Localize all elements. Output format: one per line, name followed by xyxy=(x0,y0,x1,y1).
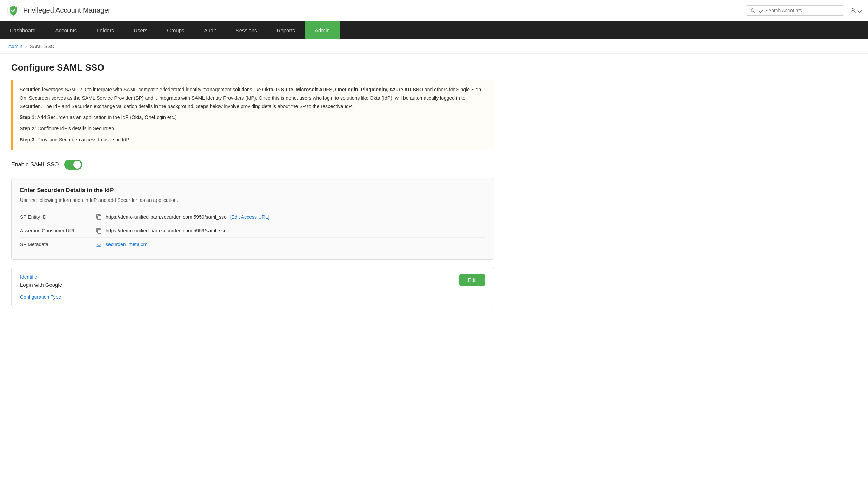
assertion-consumer-url-value: https://demo-unified-pam.securden.com:59… xyxy=(106,228,227,233)
svg-point-3 xyxy=(852,8,855,11)
svg-rect-5 xyxy=(98,229,101,233)
info-providers: Okta, G Suite, Microsoft ADFS, OneLogin,… xyxy=(262,87,423,92)
nav-item-admin[interactable]: Admin xyxy=(305,21,340,39)
nav-item-sessions[interactable]: Sessions xyxy=(226,21,267,39)
app-title: Privileged Account Manager xyxy=(23,6,111,14)
step2-text: Configure IdP's details in Securden xyxy=(36,126,114,131)
toggle-section: Enable SAML SSO xyxy=(11,160,494,170)
search-input[interactable] xyxy=(765,8,840,13)
toggle-thumb xyxy=(73,161,81,169)
svg-rect-4 xyxy=(98,216,101,220)
step1-label: Step 1: xyxy=(20,114,36,120)
user-dropdown-icon[interactable] xyxy=(857,8,862,13)
nav-item-folders[interactable]: Folders xyxy=(87,21,124,39)
field-value-sp-entity: https://demo-unified-pam.securden.com:59… xyxy=(96,214,269,220)
nav-item-reports[interactable]: Reports xyxy=(267,21,305,39)
page-title: Configure SAML SSO xyxy=(11,62,494,73)
identifier-card: Identifier Login with Google Configurati… xyxy=(11,267,494,307)
copy-icon-sp-entity[interactable] xyxy=(96,214,102,220)
breadcrumb-separator: › xyxy=(25,44,27,49)
nav-item-audit[interactable]: Audit xyxy=(194,21,226,39)
user-icon[interactable] xyxy=(850,5,861,16)
step3-line: Step 3: Provision Securden access to use… xyxy=(20,136,487,144)
logo-icon xyxy=(7,4,20,17)
breadcrumb-parent-link[interactable]: Admin xyxy=(8,44,22,49)
field-value-assertion: https://demo-unified-pam.securden.com:59… xyxy=(96,227,227,234)
step1-line: Step 1: Add Securden as an application i… xyxy=(20,113,487,122)
breadcrumb: Admin › SAML SSO xyxy=(0,39,868,54)
info-intro: Securden leverages SAML 2.0 to integrate… xyxy=(20,87,262,92)
field-row-assertion-consumer: Assertion Consumer URL https://demo-unif… xyxy=(20,224,485,237)
step3-label: Step 3: xyxy=(20,137,36,143)
field-label-sp-entity: SP Entity ID xyxy=(20,214,90,220)
search-area[interactable] xyxy=(746,5,844,16)
step1-text: Add Securden as an application in the Id… xyxy=(36,114,177,120)
saml-sso-toggle[interactable] xyxy=(64,160,82,170)
header-right xyxy=(746,5,861,16)
logo-area: Privileged Account Manager xyxy=(7,4,111,17)
header: Privileged Account Manager xyxy=(0,0,868,21)
main-content: Configure SAML SSO Securden leverages SA… xyxy=(0,54,505,323)
toggle-label: Enable SAML SSO xyxy=(11,161,59,168)
config-type-label: Configuration Type xyxy=(20,294,485,300)
download-icon-metadata[interactable] xyxy=(96,241,102,247)
nav-item-users[interactable]: Users xyxy=(124,21,157,39)
edit-access-url-link[interactable]: [Edit Access URL] xyxy=(230,214,269,220)
sp-entity-id-value: https://demo-unified-pam.securden.com:59… xyxy=(106,214,227,220)
sp-details-card: Enter Securden Details in the IdP Use th… xyxy=(11,178,494,260)
field-row-sp-metadata: SP Metadata securden_meta.xml xyxy=(20,237,485,251)
search-dropdown-icon[interactable] xyxy=(759,8,763,13)
field-row-sp-entity-id: SP Entity ID https://demo-unified-pam.se… xyxy=(20,210,485,224)
step3-text: Provision Securden access to users in Id… xyxy=(36,137,129,143)
sp-details-subtitle: Use the following information in IdP and… xyxy=(20,197,485,203)
edit-button[interactable]: Edit xyxy=(459,274,485,286)
toggle-track xyxy=(64,160,82,170)
step2-label: Step 2: xyxy=(20,126,36,131)
sp-metadata-link[interactable]: securden_meta.xml xyxy=(106,242,148,247)
field-value-sp-metadata: securden_meta.xml xyxy=(96,241,148,247)
nav-item-groups[interactable]: Groups xyxy=(157,21,194,39)
breadcrumb-current: SAML SSO xyxy=(29,44,54,49)
sp-details-title: Enter Securden Details in the IdP xyxy=(20,187,485,194)
nav-item-dashboard[interactable]: Dashboard xyxy=(0,21,45,39)
step2-line: Step 2: Configure IdP's details in Secur… xyxy=(20,125,487,133)
identifier-label: Identifier xyxy=(20,274,485,280)
copy-icon-assertion[interactable] xyxy=(96,227,102,234)
info-box: Securden leverages SAML 2.0 to integrate… xyxy=(11,80,494,150)
identifier-value: Login with Google xyxy=(20,282,485,288)
nav-item-accounts[interactable]: Accounts xyxy=(45,21,87,39)
field-label-sp-metadata: SP Metadata xyxy=(20,242,90,247)
svg-line-2 xyxy=(754,11,755,12)
field-label-assertion: Assertion Consumer URL xyxy=(20,228,90,233)
search-icon xyxy=(750,8,755,13)
main-nav: Dashboard Accounts Folders Users Groups … xyxy=(0,21,868,39)
